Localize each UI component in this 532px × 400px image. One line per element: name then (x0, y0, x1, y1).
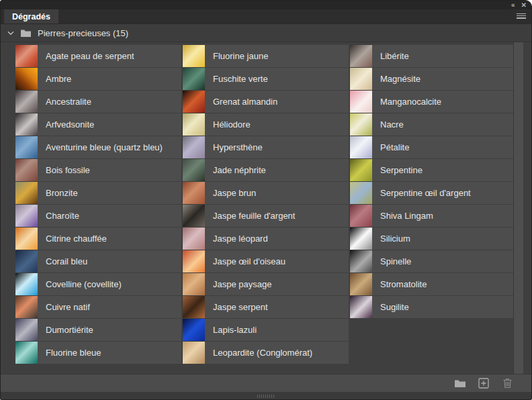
gradient-item[interactable]: Charoïte (15, 205, 181, 227)
gradient-item[interactable]: Dumortiérite (15, 319, 181, 341)
gradient-item[interactable]: Aventurine bleue (quartz bleu) (15, 136, 181, 158)
gradient-swatch[interactable] (183, 319, 205, 341)
gradient-item[interactable]: Fuschite verte (183, 68, 349, 90)
gradient-item[interactable]: Bois fossile (15, 159, 181, 181)
delete-button[interactable] (500, 377, 514, 390)
new-gradient-button[interactable] (477, 377, 490, 390)
group-header-row[interactable]: Pierres-precieuses (15) (1, 24, 531, 42)
gradient-item[interactable]: Silicium (350, 228, 516, 250)
gradient-swatch[interactable] (183, 159, 205, 181)
resize-grip[interactable] (257, 395, 275, 398)
gradient-swatch[interactable] (15, 273, 38, 295)
group-label: Pierres-precieuses (15) (38, 28, 128, 38)
gradient-item[interactable]: Jade néphrite (183, 159, 349, 181)
gradient-swatch[interactable] (183, 342, 205, 364)
gradient-swatch[interactable] (15, 113, 38, 136)
gradient-swatch[interactable] (15, 205, 38, 227)
gradient-swatch[interactable] (350, 273, 372, 295)
gradient-item[interactable]: Pétalite (350, 136, 516, 158)
gradient-item[interactable]: Jaspe feuille d'argent (183, 205, 349, 227)
gradient-swatch[interactable] (183, 228, 205, 250)
gradient-item[interactable]: Libérite (350, 45, 516, 67)
gradient-item-label: Silicium (372, 234, 410, 244)
gradient-swatch[interactable] (15, 296, 38, 318)
gradient-item-label: Fuschite verte (205, 74, 268, 84)
gradient-swatch[interactable] (15, 45, 38, 67)
gradient-swatch[interactable] (183, 205, 205, 227)
gradient-item[interactable]: Serpentine (350, 159, 516, 181)
gradient-item[interactable]: Stromatolite (350, 273, 516, 295)
gradient-swatch[interactable] (15, 182, 38, 204)
gradient-swatch[interactable] (350, 205, 372, 227)
gradient-swatch[interactable] (350, 113, 372, 136)
gradient-item[interactable]: Ancestralite (15, 91, 181, 113)
gradient-item[interactable]: Jaspe brun (183, 182, 349, 204)
gradient-item[interactable]: Ambre (15, 68, 181, 90)
chevron-down-icon[interactable] (7, 31, 14, 36)
gradient-swatch[interactable] (350, 45, 372, 67)
gradient-swatch[interactable] (15, 159, 38, 181)
gradient-item[interactable]: Spinelle (350, 250, 516, 272)
gradient-item-label: Jaspe œil d'oiseau (205, 256, 285, 266)
gradient-item[interactable]: Lapis-lazuli (183, 319, 349, 341)
gradient-swatch[interactable] (183, 136, 205, 158)
gradient-item[interactable]: Cuivre natif (15, 296, 181, 318)
gradient-swatch[interactable] (350, 68, 372, 90)
gradient-swatch[interactable] (183, 250, 205, 272)
gradient-swatch[interactable] (350, 228, 372, 250)
tab-degrades[interactable]: Dégradés (4, 9, 58, 23)
gradient-swatch[interactable] (15, 228, 38, 250)
gradient-item[interactable]: Shiva Lingam (350, 205, 516, 227)
gradient-swatch[interactable] (350, 182, 372, 204)
new-group-button[interactable] (453, 377, 467, 390)
gradient-item[interactable]: Jaspe œil d'oiseau (183, 250, 349, 272)
gradient-item[interactable]: Jaspe serpent (183, 296, 349, 318)
gradient-item[interactable]: Magnésite (350, 68, 516, 90)
gradient-swatch[interactable] (15, 68, 38, 90)
gradient-item[interactable]: Bronzite (15, 182, 181, 204)
gradient-swatch[interactable] (183, 113, 205, 136)
gradient-item[interactable]: Héliodore (183, 113, 349, 136)
scrollbar-track[interactable] (513, 42, 523, 374)
gradient-swatch[interactable] (15, 136, 38, 158)
gradient-item[interactable]: Hypersthène (183, 136, 349, 158)
collapse-icon[interactable]: « (511, 2, 515, 9)
gradient-swatch[interactable] (15, 319, 38, 341)
gradient-swatch[interactable] (15, 342, 38, 364)
gradient-swatch[interactable] (15, 91, 38, 113)
gradient-swatch[interactable] (350, 91, 372, 113)
gradient-swatch[interactable] (183, 45, 205, 67)
gradient-item[interactable]: Covelline (covellite) (15, 273, 181, 295)
gradient-swatch[interactable] (350, 159, 372, 181)
gradient-item[interactable]: Jaspe léopard (183, 228, 349, 250)
new-gradient-plus-icon (478, 378, 489, 389)
gradient-item[interactable]: Citrine chauffée (15, 228, 181, 250)
gradient-swatch[interactable] (350, 136, 372, 158)
gradient-swatch[interactable] (183, 273, 205, 295)
gradient-item[interactable]: Leopardite (Conglomérat) (183, 342, 349, 364)
gradient-swatch[interactable] (350, 250, 372, 272)
delete-trash-icon (502, 378, 513, 389)
gradient-item[interactable]: Fluorine jaune (183, 45, 349, 67)
gradient-item[interactable]: Agate peau de serpent (15, 45, 181, 67)
gradient-swatch[interactable] (183, 182, 205, 204)
gradient-item[interactable]: Nacre (350, 113, 516, 136)
gradient-swatch[interactable] (183, 91, 205, 113)
gradient-item[interactable]: Sugilite (350, 296, 516, 318)
gradient-item[interactable]: Arfvedsonite (15, 113, 181, 136)
gradient-swatch[interactable] (350, 296, 372, 318)
gradient-item-label: Nacre (372, 119, 404, 130)
close-icon[interactable]: ✕ (521, 2, 527, 9)
gradient-item[interactable]: Serpentine œil d'argent (350, 182, 516, 204)
gradient-item-label: Héliodore (205, 119, 251, 130)
gradient-swatch[interactable] (15, 250, 38, 272)
gradient-item[interactable]: Corail bleu (15, 250, 181, 272)
gradient-swatch[interactable] (183, 296, 205, 318)
gradient-item[interactable]: Grenat almandin (183, 91, 349, 113)
gradient-item[interactable]: Fluorine bleue (15, 342, 181, 364)
gradient-item[interactable]: Jaspe paysage (183, 273, 349, 295)
gradient-item[interactable]: Manganocalcite (350, 91, 516, 113)
gradient-item-label: Jaspe brun (205, 188, 256, 198)
panel-menu-button[interactable] (511, 9, 531, 23)
gradient-swatch[interactable] (183, 68, 205, 90)
